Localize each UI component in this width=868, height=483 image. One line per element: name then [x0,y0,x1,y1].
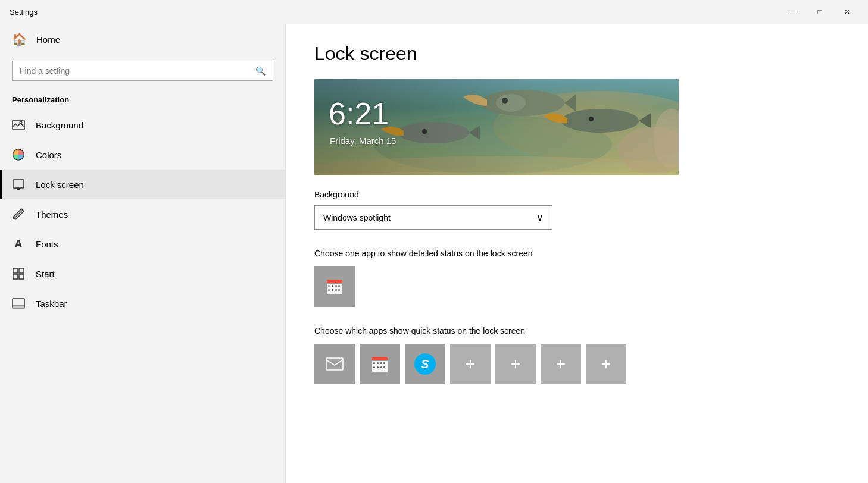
start-icon [12,267,25,280]
svg-rect-5 [17,189,20,190]
app-title: Settings [10,8,38,17]
sidebar-fonts-label: Fonts [36,239,58,249]
background-dropdown[interactable]: Windows spotlight ∨ [314,205,552,230]
svg-rect-6 [13,268,18,273]
sidebar-item-colors[interactable]: Colors [0,140,285,170]
sidebar-home-label: Home [36,34,60,45]
dropdown-selected-value: Windows spotlight [323,213,391,222]
calendar-icon [324,276,345,297]
svg-rect-27 [326,358,343,370]
skype-app-button[interactable]: S [405,344,445,384]
sidebar-item-home[interactable]: 🏠 Home [0,24,285,55]
add-app-button-3[interactable]: + [541,344,581,384]
search-input[interactable] [20,66,249,76]
svg-rect-11 [13,306,24,308]
chevron-down-icon: ∨ [536,212,544,223]
sidebar: 🏠 Home 🔍 Personalization Background [0,24,286,483]
main-content: Lock screen [286,24,868,483]
lock-screen-preview: 6:21 Friday, March 15 [314,79,679,175]
add-app-button-1[interactable]: + [450,344,491,384]
themes-icon [12,208,25,221]
sidebar-item-taskbar[interactable]: Taskbar [0,288,285,318]
personalization-section-title: Personalization [0,90,285,110]
sidebar-background-label: Background [36,120,83,130]
svg-rect-8 [13,274,18,279]
search-box[interactable]: 🔍 [12,61,273,81]
mail-app-button[interactable] [314,344,355,384]
add-app-button-2[interactable]: + [495,344,536,384]
lock-time: 6:21 [329,96,389,131]
app-body: 🏠 Home 🔍 Personalization Background [0,24,868,483]
background-section-label: Background [314,190,839,199]
search-icon: 🔍 [255,66,266,76]
lock-date: Friday, March 15 [330,136,396,146]
skype-icon: S [414,353,436,375]
sidebar-colors-label: Colors [36,150,61,160]
fonts-icon: A [12,237,25,250]
plus-icon-4: + [595,353,617,375]
close-button[interactable]: ✕ [833,2,861,21]
sidebar-lock-screen-label: Lock screen [36,180,84,190]
page-title: Lock screen [314,43,839,65]
title-bar: Settings — □ ✕ [0,0,868,24]
sidebar-item-background[interactable]: Background [0,110,285,140]
add-app-button-4[interactable]: + [586,344,626,384]
calendar-quick-icon [369,353,391,375]
sidebar-item-fonts[interactable]: A Fonts [0,229,285,259]
background-icon [12,118,25,131]
svg-rect-3 [13,180,24,188]
sidebar-item-lock-screen[interactable]: Lock screen [0,170,285,199]
sidebar-item-start[interactable]: Start [0,259,285,288]
svg-rect-4 [15,188,21,189]
sidebar-taskbar-label: Taskbar [36,299,67,309]
sidebar-start-label: Start [36,269,55,279]
window-controls: — □ ✕ [779,2,861,21]
taskbar-icon [12,297,25,310]
svg-rect-9 [19,274,24,279]
home-icon: 🏠 [12,32,27,46]
calendar-quick-button[interactable] [360,344,400,384]
sidebar-themes-label: Themes [36,209,68,219]
quick-status-apps: S + + + + [314,344,839,384]
detailed-status-apps [314,266,839,307]
sidebar-item-themes[interactable]: Themes [0,199,285,229]
maximize-button[interactable]: □ [806,2,833,21]
detailed-status-label: Choose one app to show detailed status o… [314,249,839,258]
svg-rect-7 [19,268,24,273]
plus-icon-2: + [505,353,526,375]
quick-status-label: Choose which apps show quick status on t… [314,326,839,335]
plus-icon-1: + [460,353,481,375]
calendar-app-button[interactable] [314,266,355,307]
plus-icon-3: + [550,353,572,375]
minimize-button[interactable]: — [779,2,806,21]
lock-screen-icon [12,178,25,191]
colors-icon [12,148,25,161]
mail-icon [324,353,345,375]
